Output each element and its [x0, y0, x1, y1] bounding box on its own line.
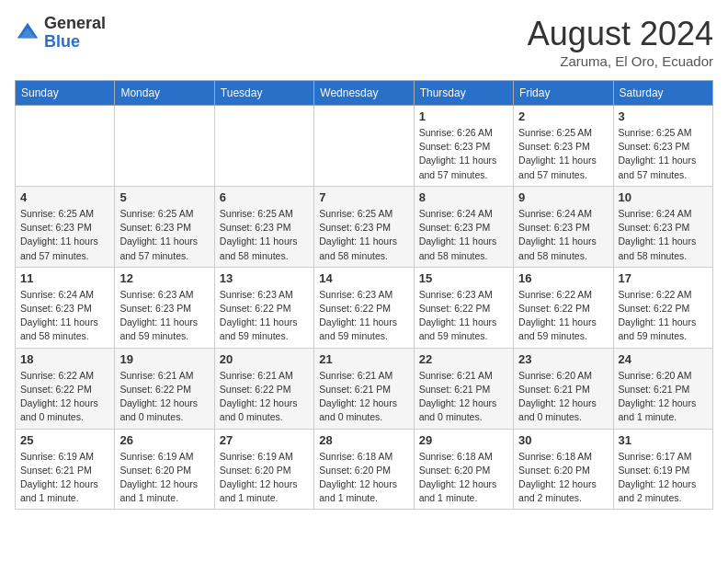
day-number: 13 — [220, 271, 309, 285]
calendar-body: 1Sunrise: 6:26 AMSunset: 6:23 PMDaylight… — [16, 106, 713, 510]
logo-text: General Blue — [44, 15, 106, 52]
day-number: 16 — [518, 271, 608, 285]
calendar-cell: 14Sunrise: 6:23 AMSunset: 6:22 PMDayligh… — [314, 267, 414, 348]
calendar-week-row: 1Sunrise: 6:26 AMSunset: 6:23 PMDaylight… — [16, 106, 713, 187]
day-number: 4 — [20, 190, 109, 204]
day-info: Sunrise: 6:19 AMSunset: 6:20 PMDaylight:… — [119, 450, 209, 506]
day-info: Sunrise: 6:17 AMSunset: 6:19 PMDaylight:… — [619, 450, 708, 506]
day-number: 20 — [220, 352, 309, 366]
day-of-week-header: Monday — [115, 81, 214, 106]
day-number: 31 — [619, 433, 708, 447]
day-number: 1 — [419, 109, 508, 123]
calendar-week-row: 18Sunrise: 6:22 AMSunset: 6:22 PMDayligh… — [16, 348, 713, 429]
day-number: 18 — [20, 352, 109, 366]
calendar-cell: 12Sunrise: 6:23 AMSunset: 6:23 PMDayligh… — [115, 267, 214, 348]
day-number: 19 — [119, 352, 209, 366]
calendar-cell: 3Sunrise: 6:25 AMSunset: 6:23 PMDaylight… — [613, 106, 712, 187]
calendar-cell: 30Sunrise: 6:18 AMSunset: 6:20 PMDayligh… — [514, 429, 613, 510]
calendar-cell: 13Sunrise: 6:23 AMSunset: 6:22 PMDayligh… — [214, 267, 313, 348]
calendar-cell: 28Sunrise: 6:18 AMSunset: 6:20 PMDayligh… — [314, 429, 414, 510]
calendar-cell: 18Sunrise: 6:22 AMSunset: 6:22 PMDayligh… — [16, 348, 115, 429]
day-number: 6 — [220, 190, 309, 204]
calendar-cell: 15Sunrise: 6:23 AMSunset: 6:22 PMDayligh… — [414, 267, 513, 348]
calendar-cell: 21Sunrise: 6:21 AMSunset: 6:21 PMDayligh… — [314, 348, 414, 429]
day-info: Sunrise: 6:23 AMSunset: 6:22 PMDaylight:… — [220, 288, 309, 344]
day-number: 21 — [319, 352, 408, 366]
day-info: Sunrise: 6:19 AMSunset: 6:20 PMDaylight:… — [220, 450, 309, 506]
calendar-cell: 31Sunrise: 6:17 AMSunset: 6:19 PMDayligh… — [613, 429, 712, 510]
calendar-cell: 16Sunrise: 6:22 AMSunset: 6:22 PMDayligh… — [514, 267, 613, 348]
calendar-cell: 22Sunrise: 6:21 AMSunset: 6:21 PMDayligh… — [414, 348, 513, 429]
day-info: Sunrise: 6:20 AMSunset: 6:21 PMDaylight:… — [518, 369, 608, 425]
calendar-cell: 9Sunrise: 6:24 AMSunset: 6:23 PMDaylight… — [514, 186, 613, 267]
day-of-week-header: Thursday — [414, 81, 513, 106]
day-number: 24 — [619, 352, 708, 366]
day-number: 3 — [619, 109, 708, 123]
day-info: Sunrise: 6:21 AMSunset: 6:21 PMDaylight:… — [419, 369, 508, 425]
calendar-week-row: 25Sunrise: 6:19 AMSunset: 6:21 PMDayligh… — [16, 429, 713, 510]
calendar-cell: 26Sunrise: 6:19 AMSunset: 6:20 PMDayligh… — [115, 429, 214, 510]
location: Zaruma, El Oro, Ecuador — [528, 53, 713, 69]
day-number: 27 — [220, 433, 309, 447]
day-info: Sunrise: 6:22 AMSunset: 6:22 PMDaylight:… — [518, 288, 608, 344]
calendar-cell — [16, 106, 115, 187]
day-info: Sunrise: 6:25 AMSunset: 6:23 PMDaylight:… — [518, 126, 608, 182]
day-number: 14 — [319, 271, 408, 285]
day-number: 23 — [518, 352, 608, 366]
day-number: 7 — [319, 190, 408, 204]
calendar-week-row: 4Sunrise: 6:25 AMSunset: 6:23 PMDaylight… — [16, 186, 713, 267]
calendar-cell: 20Sunrise: 6:21 AMSunset: 6:22 PMDayligh… — [214, 348, 313, 429]
day-info: Sunrise: 6:22 AMSunset: 6:22 PMDaylight:… — [619, 288, 708, 344]
day-of-week-header: Saturday — [613, 81, 712, 106]
day-info: Sunrise: 6:24 AMSunset: 6:23 PMDaylight:… — [20, 288, 109, 344]
calendar-header-row: SundayMondayTuesdayWednesdayThursdayFrid… — [16, 81, 713, 106]
calendar-cell: 23Sunrise: 6:20 AMSunset: 6:21 PMDayligh… — [514, 348, 613, 429]
day-info: Sunrise: 6:23 AMSunset: 6:22 PMDaylight:… — [419, 288, 508, 344]
calendar-cell: 25Sunrise: 6:19 AMSunset: 6:21 PMDayligh… — [16, 429, 115, 510]
calendar-cell: 5Sunrise: 6:25 AMSunset: 6:23 PMDaylight… — [115, 186, 214, 267]
day-info: Sunrise: 6:19 AMSunset: 6:21 PMDaylight:… — [20, 450, 109, 506]
calendar-cell: 27Sunrise: 6:19 AMSunset: 6:20 PMDayligh… — [214, 429, 313, 510]
day-number: 12 — [119, 271, 209, 285]
day-of-week-header: Wednesday — [314, 81, 414, 106]
calendar-cell: 10Sunrise: 6:24 AMSunset: 6:23 PMDayligh… — [613, 186, 712, 267]
day-info: Sunrise: 6:21 AMSunset: 6:22 PMDaylight:… — [220, 369, 309, 425]
day-info: Sunrise: 6:18 AMSunset: 6:20 PMDaylight:… — [518, 450, 608, 506]
day-info: Sunrise: 6:25 AMSunset: 6:23 PMDaylight:… — [319, 207, 408, 263]
title-block: August 2024 Zaruma, El Oro, Ecuador — [528, 15, 713, 69]
day-info: Sunrise: 6:25 AMSunset: 6:23 PMDaylight:… — [119, 207, 209, 263]
logo: General Blue — [15, 15, 106, 52]
calendar-cell: 24Sunrise: 6:20 AMSunset: 6:21 PMDayligh… — [613, 348, 712, 429]
calendar-cell: 11Sunrise: 6:24 AMSunset: 6:23 PMDayligh… — [16, 267, 115, 348]
day-of-week-header: Friday — [514, 81, 613, 106]
day-number: 8 — [419, 190, 508, 204]
day-number: 28 — [319, 433, 408, 447]
day-info: Sunrise: 6:20 AMSunset: 6:21 PMDaylight:… — [619, 369, 708, 425]
day-info: Sunrise: 6:21 AMSunset: 6:21 PMDaylight:… — [319, 369, 408, 425]
calendar-cell: 7Sunrise: 6:25 AMSunset: 6:23 PMDaylight… — [314, 186, 414, 267]
day-number: 2 — [518, 109, 608, 123]
day-number: 11 — [20, 271, 109, 285]
day-info: Sunrise: 6:24 AMSunset: 6:23 PMDaylight:… — [518, 207, 608, 263]
calendar-cell: 1Sunrise: 6:26 AMSunset: 6:23 PMDaylight… — [414, 106, 513, 187]
day-of-week-header: Sunday — [16, 81, 115, 106]
day-info: Sunrise: 6:18 AMSunset: 6:20 PMDaylight:… — [319, 450, 408, 506]
calendar-cell — [214, 106, 313, 187]
calendar-cell: 2Sunrise: 6:25 AMSunset: 6:23 PMDaylight… — [514, 106, 613, 187]
day-info: Sunrise: 6:23 AMSunset: 6:23 PMDaylight:… — [119, 288, 209, 344]
day-info: Sunrise: 6:23 AMSunset: 6:22 PMDaylight:… — [319, 288, 408, 344]
day-info: Sunrise: 6:25 AMSunset: 6:23 PMDaylight:… — [20, 207, 109, 263]
day-info: Sunrise: 6:18 AMSunset: 6:20 PMDaylight:… — [419, 450, 508, 506]
calendar-cell: 6Sunrise: 6:25 AMSunset: 6:23 PMDaylight… — [214, 186, 313, 267]
day-number: 26 — [119, 433, 209, 447]
calendar-cell: 29Sunrise: 6:18 AMSunset: 6:20 PMDayligh… — [414, 429, 513, 510]
day-number: 25 — [20, 433, 109, 447]
day-number: 15 — [419, 271, 508, 285]
calendar-cell: 19Sunrise: 6:21 AMSunset: 6:22 PMDayligh… — [115, 348, 214, 429]
calendar-cell: 8Sunrise: 6:24 AMSunset: 6:23 PMDaylight… — [414, 186, 513, 267]
day-number: 10 — [619, 190, 708, 204]
day-number: 5 — [119, 190, 209, 204]
month-title: August 2024 — [528, 15, 713, 53]
calendar-cell — [314, 106, 414, 187]
page-header: General Blue August 2024 Zaruma, El Oro,… — [15, 15, 713, 69]
